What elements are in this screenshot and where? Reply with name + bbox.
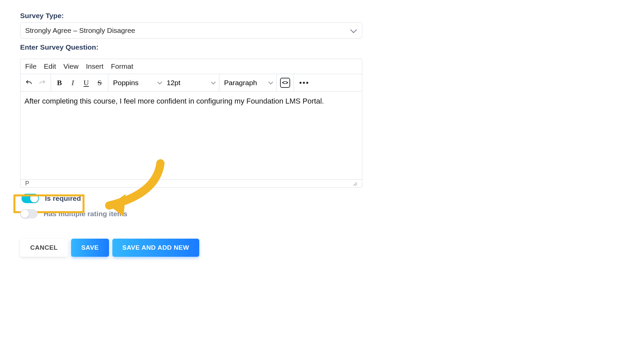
resize-handle[interactable]: [353, 181, 357, 186]
survey-type-selected: Strongly Agree – Strongly Disagree: [25, 26, 135, 35]
chevron-down-icon: [157, 79, 162, 84]
dot-icon: [306, 82, 308, 84]
editor-content[interactable]: After completing this course, I feel mor…: [20, 92, 362, 179]
menu-file[interactable]: File: [25, 62, 37, 70]
menu-insert[interactable]: Insert: [86, 62, 104, 70]
survey-form: Survey Type: Strongly Agree – Strongly D…: [0, 0, 372, 257]
chevron-down-icon: [211, 79, 216, 84]
editor-toolbar: B I U S Poppins 12pt Paragraph: [20, 74, 362, 92]
block-format-value: Paragraph: [224, 79, 257, 87]
menu-format[interactable]: Format: [111, 62, 133, 70]
italic-button[interactable]: I: [68, 78, 78, 88]
font-family-value: Poppins: [113, 79, 139, 87]
font-size-dropdown[interactable]: 12pt: [165, 79, 216, 87]
bold-button[interactable]: B: [54, 78, 64, 88]
form-actions: CANCEL SAVE SAVE AND ADD NEW: [20, 239, 372, 257]
more-button[interactable]: [297, 78, 311, 88]
dot-icon: [303, 82, 305, 84]
menu-view[interactable]: View: [63, 62, 78, 70]
font-size-value: 12pt: [167, 79, 180, 87]
cancel-button[interactable]: CANCEL: [20, 239, 68, 257]
survey-type-dropdown-wrap: Strongly Agree – Strongly Disagree: [20, 22, 362, 39]
editor-menubar: File Edit View Insert Format: [20, 59, 362, 74]
resize-icon: [353, 181, 357, 186]
save-button[interactable]: SAVE: [71, 239, 109, 257]
font-family-dropdown[interactable]: Poppins: [112, 79, 162, 87]
survey-question-label: Enter Survey Question:: [20, 43, 372, 51]
editor-statusbar: P: [20, 179, 362, 187]
dot-icon: [300, 82, 302, 84]
toolbar-more-group: [294, 74, 314, 91]
toolbar-history-group: [20, 74, 51, 91]
is-required-row: Is required: [20, 192, 372, 204]
underline-button[interactable]: U: [81, 78, 91, 88]
rich-text-editor: File Edit View Insert Format B I U S: [20, 59, 362, 188]
redo-icon: [39, 79, 46, 86]
chevron-down-icon: [268, 79, 273, 84]
is-required-toggle[interactable]: [21, 194, 39, 203]
block-format-dropdown[interactable]: Paragraph: [223, 79, 273, 87]
survey-type-label: Survey Type:: [20, 12, 372, 20]
toolbar-format-group: B I U S: [51, 74, 108, 91]
toolbar-font-group: Poppins 12pt: [108, 74, 219, 91]
is-required-label: Is required: [45, 194, 81, 202]
code-icon: <>: [282, 80, 288, 86]
source-code-button[interactable]: <>: [280, 78, 290, 88]
toolbar-code-group: <>: [277, 74, 294, 91]
svg-line-0: [354, 182, 357, 186]
chevron-down-icon: [350, 26, 357, 33]
has-multiple-label: Has multiple rating items: [44, 210, 127, 218]
survey-type-dropdown[interactable]: Strongly Agree – Strongly Disagree: [20, 22, 362, 39]
toolbar-block-group: Paragraph: [219, 74, 277, 91]
redo-button[interactable]: [37, 78, 47, 88]
svg-line-1: [355, 184, 357, 186]
save-add-new-button[interactable]: SAVE AND ADD NEW: [112, 239, 199, 257]
menu-edit[interactable]: Edit: [44, 62, 56, 70]
undo-icon: [25, 79, 33, 86]
editor-element-path: P: [25, 180, 29, 187]
undo-button[interactable]: [24, 78, 34, 88]
has-multiple-row: Has multiple rating items: [20, 209, 372, 219]
strikethrough-button[interactable]: S: [95, 78, 105, 88]
has-multiple-toggle[interactable]: [20, 209, 38, 219]
